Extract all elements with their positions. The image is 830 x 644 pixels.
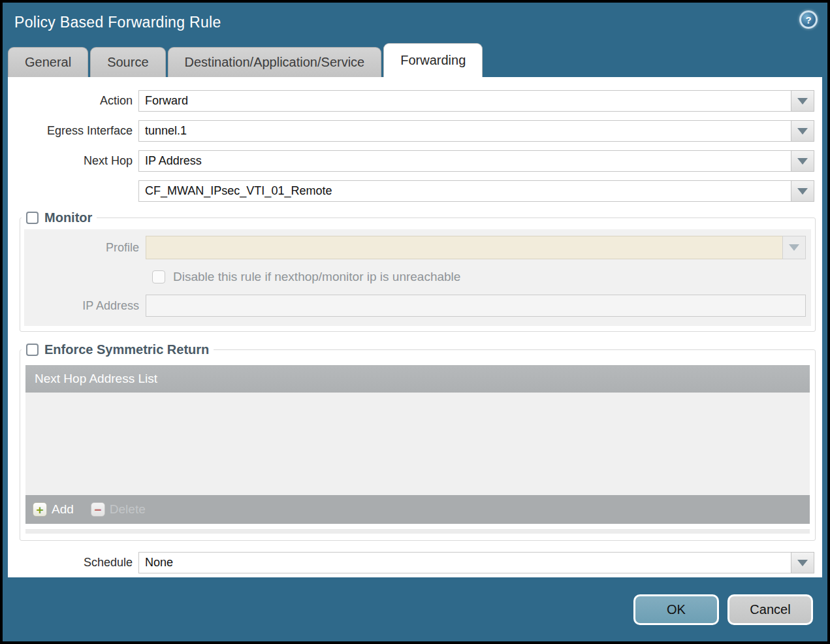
next-hop-combobox (138, 150, 814, 172)
minus-icon: − (91, 502, 105, 517)
schedule-row: Schedule (8, 552, 814, 573)
schedule-label: Schedule (8, 556, 138, 570)
monitor-legend: Monitor (22, 210, 97, 225)
next-hop-dropdown-button[interactable] (791, 150, 814, 172)
enforce-symmetric-return-checkbox[interactable] (26, 344, 39, 356)
delete-button: − Delete (91, 502, 146, 517)
action-combobox (138, 90, 814, 112)
next-hop-type-input[interactable] (138, 150, 791, 172)
next-hop-address-list-body (25, 393, 810, 495)
next-hop-address-table: Next Hop Address List + Add − Delete (25, 365, 810, 524)
delete-button-label: Delete (110, 502, 146, 517)
schedule-input[interactable] (138, 552, 791, 573)
next-hop-address-list-header: Next Hop Address List (25, 365, 810, 393)
policy-forwarding-dialog: Policy Based Forwarding Rule ? General S… (3, 3, 827, 641)
monitor-title: Monitor (44, 210, 92, 225)
disable-rule-checkbox (152, 270, 165, 283)
action-dropdown-button[interactable] (791, 90, 814, 112)
monitor-ip-address-label: IP Address (24, 299, 146, 313)
next-hop-address-row (8, 180, 814, 202)
egress-interface-label: Egress Interface (8, 124, 138, 138)
titlebar: Policy Based Forwarding Rule ? (3, 3, 827, 43)
tab-forwarding[interactable]: Forwarding (383, 43, 483, 77)
forwarding-tab-panel: Action Egress Interface (8, 77, 822, 577)
enforce-title: Enforce Symmetric Return (44, 342, 209, 357)
tab-general[interactable]: General (8, 47, 88, 77)
next-hop-label: Next Hop (8, 154, 138, 168)
dialog-frame: Policy Based Forwarding Rule ? General S… (0, 0, 830, 644)
egress-interface-input[interactable] (138, 120, 791, 142)
chevron-down-icon (789, 244, 799, 251)
profile-input (146, 236, 782, 259)
chevron-down-icon (797, 128, 808, 135)
chevron-down-icon (797, 158, 808, 165)
tab-destination-application-service[interactable]: Destination/Application/Service (168, 47, 382, 77)
egress-interface-row: Egress Interface (8, 120, 814, 142)
action-label: Action (8, 94, 138, 108)
profile-dropdown-button (782, 236, 806, 259)
action-row: Action (8, 90, 814, 112)
tab-bar: General Source Destination/Application/S… (8, 43, 822, 77)
monitor-fieldset: Monitor Profile Disable this rule if nex… (20, 210, 816, 332)
schedule-combobox (138, 552, 814, 573)
monitor-disabled-panel: Profile Disable this rule if nexthop/mon… (24, 229, 811, 326)
next-hop-address-input[interactable] (138, 180, 791, 202)
profile-row: Profile (24, 236, 808, 259)
action-input[interactable] (138, 90, 791, 112)
egress-interface-combobox (138, 120, 814, 142)
tab-source[interactable]: Source (90, 47, 165, 77)
dialog-footer: OK Cancel (3, 577, 827, 641)
add-button[interactable]: + Add (33, 502, 74, 517)
egress-interface-dropdown-button[interactable] (791, 120, 814, 142)
enforce-symmetric-return-fieldset: Enforce Symmetric Return Next Hop Addres… (20, 342, 816, 541)
chevron-down-icon (797, 188, 808, 195)
disable-rule-label: Disable this rule if nexthop/monitor ip … (173, 270, 460, 284)
monitor-checkbox[interactable] (26, 212, 39, 224)
table-toolbar: + Add − Delete (25, 495, 810, 524)
next-hop-address-dropdown-button[interactable] (791, 180, 814, 202)
next-hop-address-combobox (138, 180, 814, 202)
next-hop-row: Next Hop (8, 150, 814, 172)
table-bottom-strip (25, 529, 810, 534)
help-icon[interactable]: ? (799, 10, 818, 29)
add-button-label: Add (52, 502, 74, 517)
chevron-down-icon (797, 98, 808, 105)
plus-icon: + (33, 502, 47, 517)
monitor-ip-address-row: IP Address (24, 295, 808, 317)
ok-button[interactable]: OK (633, 594, 719, 625)
help-icon-glyph: ? (805, 14, 811, 25)
disable-rule-row: Disable this rule if nexthop/monitor ip … (152, 270, 811, 284)
schedule-dropdown-button[interactable] (791, 552, 814, 573)
profile-label: Profile (24, 241, 146, 255)
cancel-button[interactable]: Cancel (727, 594, 813, 625)
enforce-legend: Enforce Symmetric Return (22, 342, 214, 357)
monitor-ip-address-input (146, 295, 806, 317)
dialog-title: Policy Based Forwarding Rule (14, 14, 221, 31)
chevron-down-icon (797, 560, 808, 566)
